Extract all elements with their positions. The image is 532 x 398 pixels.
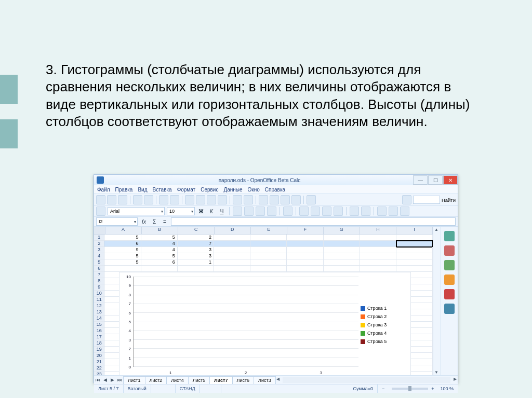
status-sum[interactable]: Сумма=0 — [221, 385, 378, 393]
cell[interactable] — [141, 266, 178, 272]
sheet-tab[interactable]: Лист7 — [209, 376, 232, 384]
align-justify-icon[interactable] — [267, 207, 276, 216]
cell[interactable]: 4 — [141, 241, 178, 247]
row-header[interactable]: 15 — [94, 322, 104, 328]
col-header[interactable]: E — [251, 227, 287, 234]
row-header[interactable]: 9 — [94, 284, 104, 291]
menu-window[interactable]: Окно — [248, 187, 260, 193]
cell[interactable] — [324, 259, 360, 266]
cell[interactable] — [360, 241, 396, 247]
cell[interactable] — [250, 235, 287, 241]
row-header[interactable]: 2 — [94, 241, 104, 247]
currency-icon[interactable] — [299, 207, 309, 216]
cell[interactable] — [360, 235, 396, 241]
cell[interactable]: 9 — [104, 247, 141, 253]
row-header[interactable]: 13 — [94, 309, 104, 315]
maximize-button[interactable]: ☐ — [428, 175, 443, 185]
sum-icon[interactable]: Σ — [150, 217, 158, 226]
embedded-chart[interactable]: 012345678910 123 Строка 1Строка 2Строка … — [119, 272, 411, 375]
cell[interactable] — [250, 259, 287, 266]
cell[interactable] — [287, 259, 323, 266]
zoom-out-icon[interactable]: − — [378, 385, 389, 393]
function-wizard-icon[interactable]: fx — [140, 217, 148, 226]
font-name-combo[interactable]: Arial — [108, 207, 165, 215]
sheet-tab[interactable]: Лист2 — [145, 376, 167, 384]
auto-spellcheck-icon[interactable] — [170, 195, 179, 204]
titlebar[interactable]: пароли.ods - OpenOffice Beta Calc — ☐ ✕ — [94, 175, 458, 185]
name-box[interactable]: I2 — [96, 217, 138, 226]
cell[interactable] — [324, 266, 360, 272]
grid-row[interactable]: 1552 — [94, 235, 433, 241]
row-header[interactable]: 17 — [94, 334, 104, 340]
cell[interactable] — [250, 253, 287, 259]
row-header[interactable]: 19 — [94, 347, 104, 353]
percent-icon[interactable] — [311, 207, 320, 216]
cell[interactable]: 5 — [104, 259, 141, 266]
gallery-panel-icon[interactable] — [444, 260, 455, 270]
cell[interactable] — [396, 266, 433, 272]
row-header[interactable]: 12 — [94, 303, 104, 309]
grid-row[interactable]: 5561 — [94, 259, 433, 266]
cell[interactable] — [214, 247, 250, 253]
cell[interactable]: 5 — [141, 235, 178, 241]
cell[interactable] — [396, 247, 433, 253]
export-pdf-icon[interactable] — [133, 195, 142, 204]
sort-asc-icon[interactable] — [270, 195, 279, 204]
cell[interactable] — [250, 247, 287, 253]
cell[interactable]: 5 — [104, 253, 141, 259]
row-header[interactable]: 14 — [94, 315, 104, 322]
font-color-icon[interactable] — [400, 207, 409, 216]
column-headers[interactable]: A B C D E F G H I — [94, 227, 433, 235]
grid-row[interactable]: 3943 — [94, 247, 433, 253]
cell[interactable] — [287, 247, 323, 253]
find-icon[interactable] — [402, 195, 411, 204]
col-header[interactable]: B — [142, 227, 178, 234]
align-left-icon[interactable] — [233, 207, 242, 216]
sheet-tab[interactable]: Лист5 — [188, 376, 210, 384]
redo-icon[interactable] — [244, 195, 253, 204]
increase-indent-icon[interactable] — [361, 207, 370, 216]
menu-tools[interactable]: Сервис — [201, 187, 218, 193]
remove-decimal-icon[interactable] — [334, 207, 343, 216]
grid-row[interactable]: 4553 — [94, 253, 433, 259]
row-header[interactable]: 16 — [94, 328, 104, 334]
cell[interactable]: 3 — [178, 247, 214, 253]
align-right-icon[interactable] — [256, 207, 265, 216]
find-input[interactable] — [413, 196, 440, 204]
italic-button[interactable]: К — [207, 207, 216, 215]
cell[interactable] — [214, 241, 250, 247]
zoom-slider[interactable] — [392, 388, 428, 390]
new-doc-icon[interactable] — [96, 195, 105, 204]
menu-data[interactable]: Данные — [223, 187, 242, 193]
cell[interactable] — [324, 247, 360, 253]
datasource-panel-icon[interactable] — [444, 304, 455, 314]
cell[interactable] — [250, 241, 287, 247]
chart-icon[interactable] — [291, 195, 301, 204]
minimize-button[interactable]: — — [413, 175, 428, 185]
row-header[interactable]: 7 — [94, 272, 104, 278]
grid-row[interactable]: 6 — [94, 266, 433, 272]
cell[interactable] — [396, 259, 433, 266]
select-all-corner[interactable] — [94, 227, 105, 234]
cell[interactable] — [360, 259, 396, 266]
tab-last-icon[interactable]: ⏭ — [116, 377, 123, 382]
status-mode[interactable]: СТАНД — [176, 385, 200, 393]
cell[interactable] — [287, 253, 323, 259]
sheet-tab[interactable]: Лист6 — [232, 376, 255, 384]
cell[interactable]: 5 — [104, 235, 141, 241]
row-header[interactable]: 5 — [94, 259, 104, 266]
row-header[interactable]: 10 — [94, 291, 104, 297]
cell[interactable] — [396, 253, 433, 259]
bold-button[interactable]: Ж — [197, 207, 205, 215]
paste-icon[interactable] — [207, 195, 216, 204]
menu-file[interactable]: Файл — [97, 187, 110, 193]
align-center-icon[interactable] — [244, 207, 254, 216]
save-icon[interactable] — [118, 195, 127, 204]
styles-panel-icon[interactable] — [444, 245, 455, 256]
cell[interactable]: 1 — [178, 259, 214, 266]
menu-insert[interactable]: Вставка — [152, 187, 171, 193]
row-header[interactable]: 8 — [94, 278, 104, 284]
cell[interactable]: 4 — [141, 247, 178, 253]
zoom-value[interactable]: 100 % — [436, 385, 458, 393]
spellcheck-icon[interactable] — [159, 195, 168, 204]
